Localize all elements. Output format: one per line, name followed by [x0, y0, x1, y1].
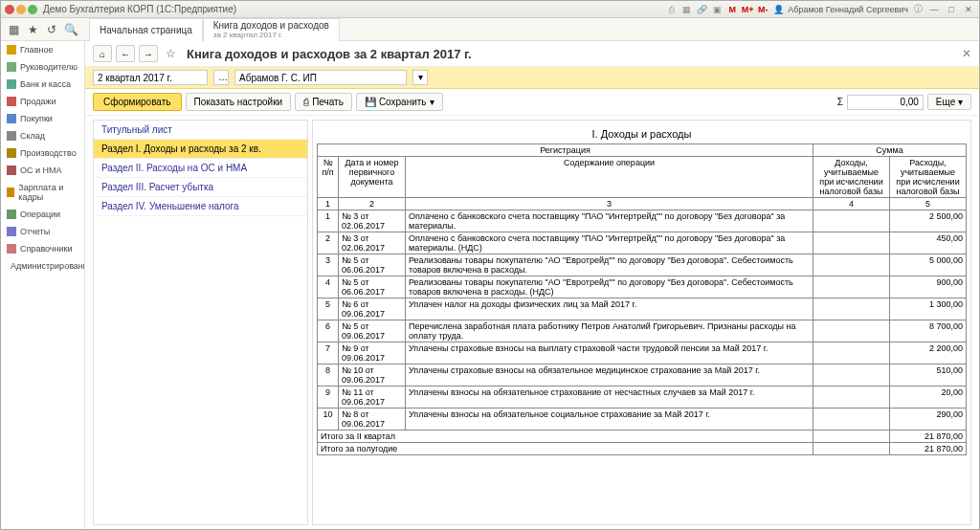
close-icon[interactable]: ✕ [962, 3, 975, 16]
info-icon[interactable]: ⓘ [912, 4, 924, 15]
sidebar-item-3[interactable]: Продажи [1, 93, 84, 110]
sidebar-label: Банк и касса [20, 79, 71, 89]
tab-start[interactable]: Начальная страница [89, 18, 203, 41]
page-tabs: Начальная страница Книга доходов и расхо… [89, 18, 340, 41]
cell [813, 320, 890, 342]
sidebar-item-12[interactable]: Администрирование [1, 257, 84, 275]
link-icon[interactable]: 🔗 [696, 4, 707, 15]
period-input[interactable] [93, 70, 208, 85]
col-expense: Расходы, учитываемые при исчислении нало… [890, 157, 967, 198]
sidebar-icon [7, 210, 16, 219]
sidebar-item-1[interactable]: Руководителю [1, 58, 84, 76]
col-date: Дата и номер первичного документа [339, 157, 406, 198]
sidebar-item-2[interactable]: Банк и касса [1, 76, 84, 93]
cell: 450,00 [890, 232, 967, 254]
cell: Уплачены взносы на обязательное социальн… [406, 409, 813, 431]
cell: № 5 от 06.06.2017 [339, 254, 406, 276]
cell: 5 000,00 [890, 254, 967, 276]
index-cell: 5 [890, 198, 967, 210]
form-button[interactable]: Сформировать [93, 93, 182, 111]
section-item-2[interactable]: Раздел II. Расходы на ОС и НМА [94, 159, 307, 178]
search-icon[interactable]: 🔍 [62, 21, 79, 38]
macos-close[interactable] [5, 5, 14, 14]
cell: 21 870,00 [890, 431, 967, 443]
sidebar-item-0[interactable]: Главное [1, 41, 84, 58]
sidebar-label: Склад [20, 131, 45, 141]
cell: 10 [318, 409, 339, 431]
sidebar-icon [7, 45, 16, 55]
cell: № 9 от 09.06.2017 [339, 342, 406, 364]
sidebar-item-10[interactable]: Отчеты [1, 223, 84, 240]
section-item-3[interactable]: Раздел III. Расчет убытка [94, 178, 307, 197]
cell [813, 254, 890, 276]
sidebar-icon [7, 188, 14, 197]
sidebar-label: Операции [20, 210, 60, 219]
sum-input[interactable] [847, 95, 924, 110]
sidebar-item-5[interactable]: Склад [1, 127, 84, 144]
tab-report[interactable]: Книга доходов и расходов за 2 квартал 20… [203, 18, 340, 41]
star-icon[interactable]: ★ [24, 21, 41, 38]
sidebar-icon [7, 114, 16, 123]
table-row: 9№ 11 от 09.06.2017Уплачены взносы на об… [318, 386, 967, 409]
sidebar-label: Продажи [20, 97, 56, 106]
cell [813, 298, 890, 320]
cell [813, 232, 890, 254]
sidebar-item-7[interactable]: ОС и НМА [1, 162, 84, 179]
forward-button[interactable]: → [139, 45, 158, 62]
cell: 7 [318, 342, 339, 364]
maximize-icon[interactable]: □ [945, 3, 958, 16]
m-minus-icon[interactable]: М- [757, 4, 768, 15]
print-icon[interactable]: ⎙ [665, 4, 677, 15]
calc-icon[interactable]: ▦ [680, 4, 692, 15]
toolbar: ▦ ★ ↺ 🔍 Начальная страница Книга доходов… [1, 18, 979, 41]
page-close-icon[interactable]: ✕ [962, 47, 971, 60]
sidebar-item-6[interactable]: Производство [1, 144, 84, 162]
cell [813, 364, 890, 386]
favorite-icon[interactable]: ☆ [162, 45, 179, 62]
sidebar-item-11[interactable]: Справочники [1, 240, 84, 257]
apps-icon[interactable]: ▦ [5, 21, 22, 38]
macos-max[interactable] [28, 5, 37, 14]
cell [813, 276, 890, 298]
cell [813, 409, 890, 431]
save-button[interactable]: 💾Сохранить ▾ [356, 93, 443, 111]
page-title: Книга доходов и расходов за 2 квартал 20… [187, 47, 472, 61]
settings-button[interactable]: Показать настройки [186, 93, 292, 111]
minimize-icon[interactable]: — [927, 3, 941, 16]
org-picker[interactable]: ▾ [412, 70, 428, 85]
sidebar-label: Покупки [20, 114, 53, 123]
total-row: Итого за II квартал21 870,00 [318, 431, 967, 443]
cell: 8 [318, 364, 339, 386]
section-item-0[interactable]: Титульный лист [94, 121, 307, 140]
history-icon[interactable]: ↺ [43, 21, 60, 38]
print-button[interactable]: ⎙Печать [295, 93, 352, 111]
cell: Перечислена заработная плата работнику П… [406, 320, 813, 342]
m-icon[interactable]: М [726, 4, 738, 15]
cell: № 6 от 09.06.2017 [339, 298, 406, 320]
m-plus-icon[interactable]: М+ [742, 4, 753, 15]
section-item-1[interactable]: Раздел I. Доходы и расходы за 2 кв. [94, 140, 307, 159]
sidebar-icon [7, 62, 16, 72]
cell: № 5 от 06.06.2017 [339, 276, 406, 298]
macos-min[interactable] [16, 5, 26, 14]
table-row: 3№ 5 от 06.06.2017Реализованы товары пок… [318, 254, 967, 276]
sidebar-item-4[interactable]: Покупки [1, 110, 84, 127]
report-pane: I. Доходы и расходы Регистрация Сумма № … [312, 120, 971, 525]
sidebar-icon [7, 227, 16, 236]
table-row: 6№ 5 от 09.06.2017Перечислена заработная… [318, 320, 967, 342]
sidebar-item-8[interactable]: Зарплата и кадры [1, 179, 84, 206]
cell: 5 [318, 298, 339, 320]
sidebar-item-9[interactable]: Операции [1, 206, 84, 223]
home-button[interactable]: ⌂ [93, 45, 112, 62]
sidebar-icon [7, 97, 16, 106]
org-input[interactable] [234, 70, 407, 85]
report-table: Регистрация Сумма № п/п Дата и номер пер… [317, 144, 967, 455]
filter-bar: … ▾ [85, 67, 979, 89]
user-icon: 👤 [772, 4, 784, 15]
period-picker[interactable]: … [213, 70, 229, 85]
more-button[interactable]: Еще ▾ [927, 94, 971, 110]
section-item-4[interactable]: Раздел IV. Уменьшение налога [94, 197, 307, 216]
back-button[interactable]: ← [116, 45, 135, 62]
calendar-icon[interactable]: ▣ [711, 4, 723, 15]
cell: Реализованы товары покупателю "АО "Еврот… [406, 276, 813, 298]
